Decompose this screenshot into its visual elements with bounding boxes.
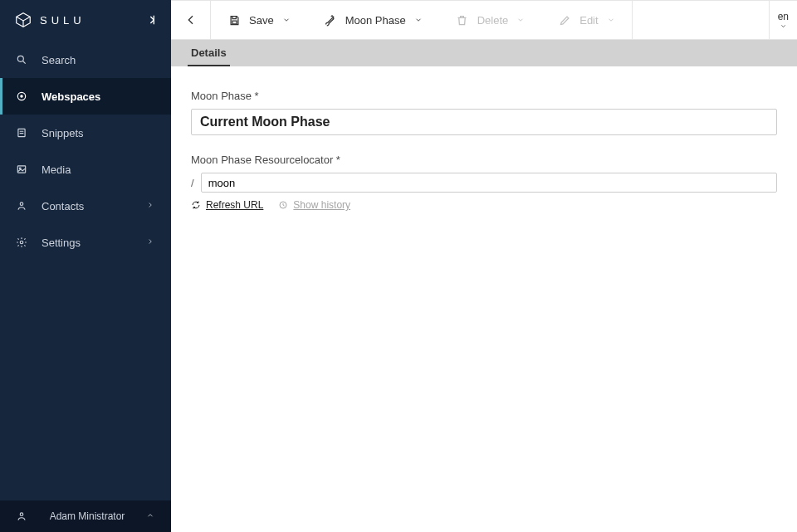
sidebar-user[interactable]: Adam Ministrator — [0, 500, 171, 532]
nav: Search Webspaces Snippets Media Contacts — [0, 40, 171, 500]
url-row: / — [191, 173, 777, 193]
svg-point-2 — [21, 95, 22, 97]
history-icon — [278, 200, 288, 210]
sidebar-header: SULU — [0, 0, 171, 40]
sidebar-item-label: Snippets — [42, 127, 156, 139]
main: Save Moon Phase Delete — [171, 0, 797, 532]
chevron-down-icon — [516, 16, 525, 24]
refresh-url-button[interactable]: Refresh URL — [191, 199, 263, 211]
save-icon — [227, 13, 241, 27]
topbar: Save Moon Phase Delete — [171, 0, 797, 40]
chevron-right-icon — [146, 201, 156, 211]
sidebar-item-media[interactable]: Media — [0, 151, 171, 188]
brand: SULU — [13, 10, 86, 30]
chevron-down-icon — [607, 16, 615, 24]
chevron-down-icon — [282, 16, 291, 24]
chevron-up-icon — [146, 511, 156, 521]
sidebar-item-label: Media — [42, 164, 156, 176]
field-label: Moon Phase * — [191, 90, 777, 102]
language-label: en — [778, 11, 789, 22]
sidebar-item-settings[interactable]: Settings — [0, 224, 171, 261]
trash-icon — [456, 13, 469, 27]
refresh-url-label: Refresh URL — [206, 199, 263, 211]
svg-point-7 — [20, 241, 23, 244]
chevron-down-icon — [414, 16, 423, 24]
url-prefix: / — [191, 177, 194, 189]
sidebar-item-webspaces[interactable]: Webspaces — [0, 78, 171, 115]
sidebar-item-search[interactable]: Search — [0, 41, 171, 78]
brand-logo-icon — [13, 10, 33, 30]
url-actions: Refresh URL Show history — [191, 199, 777, 211]
search-icon — [15, 53, 28, 66]
moon-phase-input[interactable] — [191, 109, 777, 135]
target-icon — [15, 90, 28, 103]
brand-name: SULU — [40, 14, 86, 27]
svg-point-0 — [17, 56, 23, 61]
save-label: Save — [249, 14, 274, 27]
delete-label: Delete — [477, 14, 509, 27]
toolbar-group-actions: Save Moon Phase Delete — [211, 1, 633, 39]
save-button[interactable]: Save — [211, 1, 307, 39]
back-button[interactable] — [171, 1, 211, 39]
edit-label: Edit — [579, 14, 598, 27]
language-selector[interactable]: en — [769, 1, 797, 39]
delete-button[interactable]: Delete — [439, 1, 542, 39]
show-history-button[interactable]: Show history — [278, 199, 350, 211]
edit-button[interactable]: Edit — [541, 1, 631, 39]
resource-locator-input[interactable] — [201, 173, 777, 193]
content: Moon Phase * Moon Phase Resourcelocator … — [171, 66, 797, 532]
field-resource-locator: Moon Phase Resourcelocator * / Refresh U… — [191, 154, 777, 211]
sidebar-item-label: Search — [42, 54, 156, 66]
gear-icon — [15, 236, 28, 249]
tabbar: Details — [171, 40, 797, 66]
show-history-label: Show history — [293, 199, 350, 211]
template-button[interactable]: Moon Phase — [307, 1, 439, 39]
refresh-icon — [191, 200, 201, 210]
svg-rect-9 — [232, 21, 237, 24]
user-name: Adam Ministrator — [42, 510, 133, 522]
svg-point-6 — [20, 203, 23, 206]
sidebar-item-contacts[interactable]: Contacts — [0, 188, 171, 224]
sidebar-item-label: Settings — [42, 237, 133, 249]
user-icon — [15, 199, 28, 212]
document-icon — [15, 126, 28, 139]
user-icon — [15, 510, 28, 523]
field-moon-phase: Moon Phase * — [191, 90, 777, 135]
template-label: Moon Phase — [345, 14, 406, 27]
chevron-down-icon — [780, 22, 787, 30]
image-icon — [15, 163, 28, 176]
sidebar: SULU Search Webspaces Snippets — [0, 0, 171, 532]
sidebar-item-label: Contacts — [42, 200, 133, 212]
sidebar-item-snippets[interactable]: Snippets — [0, 115, 171, 151]
svg-point-8 — [20, 513, 23, 516]
field-label: Moon Phase Resourcelocator * — [191, 154, 777, 166]
tab-details[interactable]: Details — [188, 40, 230, 66]
tab-label: Details — [191, 46, 227, 59]
brush-icon — [324, 13, 337, 27]
chevron-right-icon — [146, 237, 156, 247]
sidebar-collapse-button[interactable] — [141, 12, 158, 28]
sidebar-item-label: Webspaces — [42, 90, 156, 103]
pencil-icon — [558, 13, 571, 27]
